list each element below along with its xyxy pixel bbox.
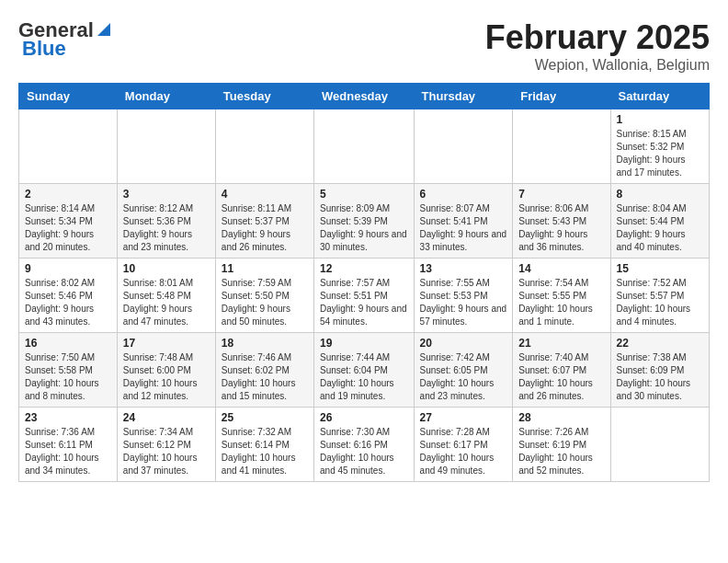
logo-triangle-icon (96, 21, 112, 38)
calendar-cell (414, 109, 513, 184)
col-header-friday: Friday (513, 84, 610, 109)
calendar-week-4: 23Sunrise: 7:36 AM Sunset: 6:11 PM Dayli… (19, 408, 710, 482)
calendar-cell: 18Sunrise: 7:46 AM Sunset: 6:02 PM Dayli… (215, 333, 313, 408)
day-number: 6 (420, 188, 507, 201)
day-number: 5 (320, 188, 408, 201)
logo: General Blue (18, 18, 112, 61)
calendar-cell (19, 109, 118, 184)
day-info: Sunrise: 7:40 AM Sunset: 6:07 PM Dayligh… (518, 351, 604, 403)
col-header-tuesday: Tuesday (215, 84, 313, 109)
day-number: 22 (617, 337, 703, 350)
day-number: 27 (420, 411, 507, 424)
day-info: Sunrise: 7:52 AM Sunset: 5:57 PM Dayligh… (617, 277, 703, 328)
day-number: 19 (320, 337, 408, 350)
day-number: 16 (25, 337, 111, 350)
day-number: 4 (222, 188, 308, 201)
calendar-cell: 10Sunrise: 8:01 AM Sunset: 5:48 PM Dayli… (117, 259, 215, 333)
calendar-cell: 21Sunrise: 7:40 AM Sunset: 6:07 PM Dayli… (513, 333, 610, 408)
day-info: Sunrise: 7:44 AM Sunset: 6:04 PM Dayligh… (320, 351, 408, 403)
calendar-cell: 22Sunrise: 7:38 AM Sunset: 6:09 PM Dayli… (610, 333, 709, 408)
calendar-cell: 28Sunrise: 7:26 AM Sunset: 6:19 PM Dayli… (513, 408, 610, 482)
day-info: Sunrise: 7:26 AM Sunset: 6:19 PM Dayligh… (518, 426, 604, 477)
day-info: Sunrise: 8:15 AM Sunset: 5:32 PM Dayligh… (617, 128, 703, 179)
calendar-subtitle: Wepion, Wallonia, Belgium (485, 57, 710, 74)
col-header-monday: Monday (117, 84, 215, 109)
calendar-cell: 25Sunrise: 7:32 AM Sunset: 6:14 PM Dayli… (215, 408, 313, 482)
day-number: 1 (617, 113, 703, 126)
calendar-cell: 9Sunrise: 8:02 AM Sunset: 5:46 PM Daylig… (19, 259, 118, 333)
day-info: Sunrise: 7:42 AM Sunset: 6:05 PM Dayligh… (420, 351, 507, 403)
day-number: 10 (123, 262, 210, 275)
calendar-cell: 11Sunrise: 7:59 AM Sunset: 5:50 PM Dayli… (215, 259, 313, 333)
day-number: 7 (518, 188, 604, 201)
calendar-cell (215, 109, 313, 184)
calendar-cell: 23Sunrise: 7:36 AM Sunset: 6:11 PM Dayli… (19, 408, 118, 482)
day-number: 28 (518, 411, 604, 424)
logo-text-blue: Blue (22, 37, 66, 61)
col-header-wednesday: Wednesday (314, 84, 415, 109)
day-info: Sunrise: 7:48 AM Sunset: 6:00 PM Dayligh… (123, 351, 210, 403)
calendar-cell: 12Sunrise: 7:57 AM Sunset: 5:51 PM Dayli… (314, 259, 415, 333)
calendar-cell: 1Sunrise: 8:15 AM Sunset: 5:32 PM Daylig… (610, 109, 709, 184)
calendar-table: SundayMondayTuesdayWednesdayThursdayFrid… (18, 83, 710, 482)
day-number: 8 (617, 188, 703, 201)
day-number: 11 (222, 262, 308, 275)
calendar-cell: 8Sunrise: 8:04 AM Sunset: 5:44 PM Daylig… (610, 184, 709, 259)
day-info: Sunrise: 8:06 AM Sunset: 5:43 PM Dayligh… (518, 202, 604, 254)
day-number: 17 (123, 337, 210, 350)
title-block: February 2025 Wepion, Wallonia, Belgium (485, 18, 710, 74)
day-info: Sunrise: 7:57 AM Sunset: 5:51 PM Dayligh… (320, 277, 408, 328)
day-number: 13 (420, 262, 507, 275)
day-info: Sunrise: 7:36 AM Sunset: 6:11 PM Dayligh… (25, 426, 111, 477)
calendar-week-3: 16Sunrise: 7:50 AM Sunset: 5:58 PM Dayli… (19, 333, 710, 408)
day-info: Sunrise: 8:12 AM Sunset: 5:36 PM Dayligh… (123, 202, 210, 254)
calendar-cell: 13Sunrise: 7:55 AM Sunset: 5:53 PM Dayli… (414, 259, 513, 333)
calendar-cell (610, 408, 709, 482)
day-number: 23 (25, 411, 111, 424)
day-info: Sunrise: 8:04 AM Sunset: 5:44 PM Dayligh… (617, 202, 703, 254)
calendar-cell: 16Sunrise: 7:50 AM Sunset: 5:58 PM Dayli… (19, 333, 118, 408)
day-number: 12 (320, 262, 408, 275)
day-info: Sunrise: 7:30 AM Sunset: 6:16 PM Dayligh… (320, 426, 408, 477)
calendar-cell: 5Sunrise: 8:09 AM Sunset: 5:39 PM Daylig… (314, 184, 415, 259)
calendar-week-2: 9Sunrise: 8:02 AM Sunset: 5:46 PM Daylig… (19, 259, 710, 333)
calendar-cell: 7Sunrise: 8:06 AM Sunset: 5:43 PM Daylig… (513, 184, 610, 259)
calendar-cell: 26Sunrise: 7:30 AM Sunset: 6:16 PM Dayli… (314, 408, 415, 482)
day-info: Sunrise: 7:38 AM Sunset: 6:09 PM Dayligh… (617, 351, 703, 403)
day-number: 20 (420, 337, 507, 350)
calendar-cell: 15Sunrise: 7:52 AM Sunset: 5:57 PM Dayli… (610, 259, 709, 333)
calendar-cell: 24Sunrise: 7:34 AM Sunset: 6:12 PM Dayli… (117, 408, 215, 482)
calendar-cell: 2Sunrise: 8:14 AM Sunset: 5:34 PM Daylig… (19, 184, 118, 259)
calendar-cell: 27Sunrise: 7:28 AM Sunset: 6:17 PM Dayli… (414, 408, 513, 482)
day-info: Sunrise: 8:09 AM Sunset: 5:39 PM Dayligh… (320, 202, 408, 254)
page-header: General Blue February 2025 Wepion, Wallo… (18, 18, 710, 74)
calendar-header-row: SundayMondayTuesdayWednesdayThursdayFrid… (19, 84, 710, 109)
day-info: Sunrise: 8:11 AM Sunset: 5:37 PM Dayligh… (222, 202, 308, 254)
day-number: 21 (518, 337, 604, 350)
day-number: 24 (123, 411, 210, 424)
svg-marker-0 (97, 23, 110, 36)
calendar-cell: 14Sunrise: 7:54 AM Sunset: 5:55 PM Dayli… (513, 259, 610, 333)
calendar-cell (117, 109, 215, 184)
day-number: 14 (518, 262, 604, 275)
calendar-cell: 19Sunrise: 7:44 AM Sunset: 6:04 PM Dayli… (314, 333, 415, 408)
day-info: Sunrise: 7:34 AM Sunset: 6:12 PM Dayligh… (123, 426, 210, 477)
calendar-week-0: 1Sunrise: 8:15 AM Sunset: 5:32 PM Daylig… (19, 109, 710, 184)
day-number: 2 (25, 188, 111, 201)
day-info: Sunrise: 7:54 AM Sunset: 5:55 PM Dayligh… (518, 277, 604, 328)
day-number: 25 (222, 411, 308, 424)
col-header-sunday: Sunday (19, 84, 118, 109)
calendar-cell (314, 109, 415, 184)
calendar-cell: 20Sunrise: 7:42 AM Sunset: 6:05 PM Dayli… (414, 333, 513, 408)
calendar-cell: 6Sunrise: 8:07 AM Sunset: 5:41 PM Daylig… (414, 184, 513, 259)
day-info: Sunrise: 7:32 AM Sunset: 6:14 PM Dayligh… (222, 426, 308, 477)
calendar-title: February 2025 (485, 18, 710, 57)
col-header-thursday: Thursday (414, 84, 513, 109)
day-info: Sunrise: 7:50 AM Sunset: 5:58 PM Dayligh… (25, 351, 111, 403)
calendar-cell (513, 109, 610, 184)
day-info: Sunrise: 8:01 AM Sunset: 5:48 PM Dayligh… (123, 277, 210, 328)
day-info: Sunrise: 7:59 AM Sunset: 5:50 PM Dayligh… (222, 277, 308, 328)
day-number: 15 (617, 262, 703, 275)
calendar-week-1: 2Sunrise: 8:14 AM Sunset: 5:34 PM Daylig… (19, 184, 710, 259)
day-number: 9 (25, 262, 111, 275)
